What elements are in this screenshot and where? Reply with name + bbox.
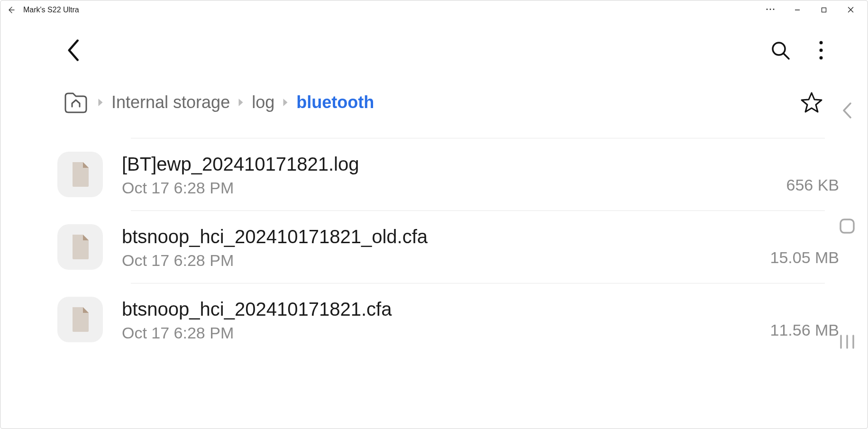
window-maximize-button[interactable] — [811, 0, 837, 19]
device-nav-bar — [835, 100, 859, 352]
square-outline-icon — [839, 218, 855, 234]
breadcrumb-item-bluetooth[interactable]: bluetooth — [296, 92, 374, 112]
file-date: Oct 17 6:28 PM — [122, 179, 777, 197]
titlebar-back-button[interactable] — [4, 3, 18, 17]
svg-point-2 — [820, 41, 823, 45]
document-icon — [69, 234, 91, 260]
nav-recents-button[interactable] — [837, 331, 858, 352]
window-minimize-button[interactable] — [784, 0, 811, 19]
breadcrumb: Internal storage log bluetooth — [0, 81, 868, 124]
window-title: Mark's S22 Ultra — [23, 6, 79, 14]
breadcrumb-item-internal-storage[interactable]: Internal storage — [111, 92, 230, 112]
svg-point-4 — [820, 56, 823, 60]
chevron-right-icon — [238, 98, 244, 107]
chevron-right-icon — [97, 98, 104, 107]
titlebar-right: ··· — [758, 0, 864, 19]
chevron-right-icon — [282, 98, 289, 107]
file-size: 656 KB — [786, 176, 839, 197]
file-text-group: [BT]ewp_202410171821.log Oct 17 6:28 PM — [122, 152, 777, 197]
breadcrumb-home[interactable] — [62, 90, 90, 115]
app-back-button[interactable] — [62, 38, 86, 62]
file-date: Oct 17 6:28 PM — [122, 251, 760, 270]
file-date: Oct 17 6:28 PM — [122, 324, 760, 342]
recents-icon — [839, 335, 855, 349]
star-icon — [800, 91, 823, 114]
search-button[interactable] — [767, 37, 794, 64]
search-icon — [770, 40, 791, 61]
maximize-icon — [821, 7, 827, 13]
app-header — [0, 19, 868, 81]
document-icon — [69, 306, 91, 333]
file-icon — [57, 152, 103, 197]
file-row[interactable]: [BT]ewp_202410171821.log Oct 17 6:28 PM … — [0, 138, 868, 210]
file-row[interactable]: btsnoop_hci_202410171821.cfa Oct 17 6:28… — [0, 283, 868, 356]
chevron-left-icon — [66, 39, 82, 61]
svg-rect-5 — [841, 219, 854, 233]
titlebar-left: Mark's S22 Ultra — [4, 3, 79, 17]
breadcrumb-separator — [95, 98, 106, 107]
breadcrumb-separator — [236, 98, 246, 107]
minimize-icon — [795, 7, 800, 13]
favorite-button[interactable] — [798, 89, 825, 116]
file-icon — [57, 224, 103, 270]
arrow-left-icon — [7, 6, 15, 14]
home-folder-icon — [63, 91, 89, 114]
file-size: 11.56 MB — [770, 321, 839, 342]
document-icon — [69, 161, 91, 188]
file-name: btsnoop_hci_202410171821.cfa — [122, 297, 760, 321]
app-content: Internal storage log bluetooth — [0, 19, 868, 429]
kebab-icon — [819, 40, 823, 60]
file-name: [BT]ewp_202410171821.log — [122, 152, 777, 176]
svg-point-3 — [820, 49, 823, 52]
nav-home-button[interactable] — [837, 216, 858, 237]
file-icon — [57, 297, 103, 342]
close-icon — [848, 7, 854, 13]
more-options-button[interactable] — [808, 37, 834, 64]
file-row[interactable]: btsnoop_hci_202410171821_old.cfa Oct 17 … — [0, 211, 868, 283]
window-close-button[interactable] — [837, 0, 864, 19]
window-titlebar: Mark's S22 Ultra ··· — [0, 0, 868, 19]
breadcrumb-separator — [280, 98, 291, 107]
svg-rect-0 — [822, 8, 826, 12]
titlebar-more-button[interactable]: ··· — [758, 0, 784, 19]
file-size: 15.05 MB — [770, 248, 839, 270]
nav-back-button[interactable] — [837, 100, 858, 121]
file-list: [BT]ewp_202410171821.log Oct 17 6:28 PM … — [0, 138, 868, 356]
breadcrumb-item-log[interactable]: log — [252, 92, 274, 112]
file-text-group: btsnoop_hci_202410171821.cfa Oct 17 6:28… — [122, 297, 760, 342]
chevron-left-icon — [842, 102, 852, 119]
file-name: btsnoop_hci_202410171821_old.cfa — [122, 225, 760, 248]
file-text-group: btsnoop_hci_202410171821_old.cfa Oct 17 … — [122, 225, 760, 270]
